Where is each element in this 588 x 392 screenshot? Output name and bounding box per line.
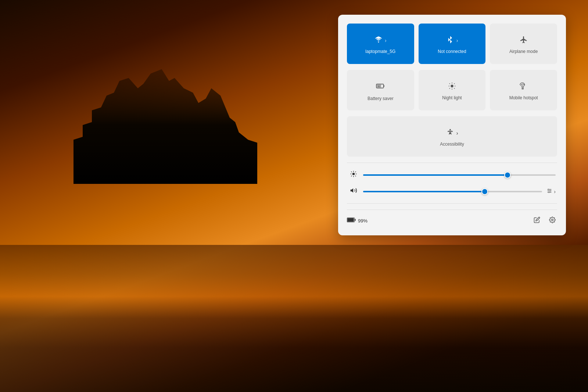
bottom-actions xyxy=(532,215,557,227)
svg-rect-13 xyxy=(521,87,524,89)
svg-line-12 xyxy=(454,83,455,84)
svg-line-23 xyxy=(351,176,352,177)
svg-point-30 xyxy=(550,190,551,192)
svg-line-19 xyxy=(351,172,352,172)
mobile-hotspot-tile[interactable]: Mobile hotspot xyxy=(490,70,557,110)
volume-fill xyxy=(363,191,485,192)
battery-saver-tile[interactable]: Battery saver xyxy=(347,70,414,110)
svg-line-11 xyxy=(449,88,450,89)
divider-1 xyxy=(347,163,557,163)
wifi-tile[interactable]: › laptopmate_5G xyxy=(347,24,414,64)
battery-section: 99% xyxy=(347,216,368,225)
accessibility-tile-label: Accessibility xyxy=(440,142,464,147)
bottom-bar: 99% xyxy=(347,210,557,227)
tiles-row-2: Battery saver Night light Mobile hotspot xyxy=(347,70,557,110)
airplane-icon xyxy=(520,36,528,45)
svg-point-14 xyxy=(522,87,523,88)
water-reflection xyxy=(0,245,588,392)
volume-slider[interactable] xyxy=(363,191,542,192)
svg-point-15 xyxy=(449,129,451,131)
svg-line-20 xyxy=(355,176,356,177)
svg-rect-33 xyxy=(347,218,354,222)
volume-icon xyxy=(348,187,359,196)
bluetooth-tile[interactable]: › Not connected xyxy=(419,24,486,64)
volume-settings-icon xyxy=(546,188,552,195)
tiles-row-1: › laptopmate_5G › Not connected Airplane… xyxy=(347,24,557,64)
bluetooth-tile-label: Not connected xyxy=(438,49,466,54)
divider-2 xyxy=(347,203,557,204)
svg-marker-25 xyxy=(351,188,354,193)
sliders-section: › xyxy=(347,170,557,196)
svg-line-24 xyxy=(355,172,356,172)
svg-point-4 xyxy=(451,85,453,87)
svg-line-8 xyxy=(454,88,455,89)
volume-settings-button[interactable]: › xyxy=(546,188,556,195)
volume-chevron-icon: › xyxy=(554,189,556,195)
svg-line-7 xyxy=(449,83,450,84)
mobile-hotspot-tile-label: Mobile hotspot xyxy=(509,95,538,100)
accessibility-icon xyxy=(446,128,454,138)
brightness-icon xyxy=(348,170,359,179)
night-light-tile-label: Night light xyxy=(442,95,462,100)
volume-slider-row: › xyxy=(348,187,556,196)
brightness-fill xyxy=(363,174,508,176)
edit-button[interactable] xyxy=(532,215,542,227)
night-light-icon xyxy=(448,82,456,92)
svg-rect-34 xyxy=(355,219,355,221)
accessibility-tile[interactable]: › Accessibility xyxy=(347,116,557,157)
battery-icon xyxy=(347,216,356,225)
brightness-slider-row xyxy=(348,170,556,179)
svg-point-16 xyxy=(352,173,355,175)
battery-percentage: 99% xyxy=(358,218,368,224)
wifi-chevron-icon: › xyxy=(385,38,387,43)
airplane-tile-label: Airplane mode xyxy=(509,49,538,54)
bluetooth-chevron-icon: › xyxy=(456,38,458,43)
settings-button[interactable] xyxy=(548,215,557,227)
tiles-row-3: › Accessibility xyxy=(347,116,557,157)
accessibility-chevron-icon: › xyxy=(456,130,458,136)
battery-saver-icon xyxy=(376,81,385,92)
svg-point-35 xyxy=(552,219,553,221)
airplane-tile[interactable]: Airplane mode xyxy=(490,24,557,64)
wifi-icon xyxy=(374,36,383,45)
quick-settings-panel: › laptopmate_5G › Not connected Airplane… xyxy=(338,15,566,235)
brightness-thumb[interactable] xyxy=(504,172,511,178)
svg-point-31 xyxy=(549,192,550,193)
bluetooth-icon xyxy=(446,36,454,45)
mobile-hotspot-icon xyxy=(520,82,528,92)
svg-point-29 xyxy=(548,189,549,190)
brightness-slider[interactable] xyxy=(363,174,556,176)
svg-rect-2 xyxy=(384,85,384,87)
svg-point-0 xyxy=(378,42,379,43)
volume-thumb[interactable] xyxy=(481,188,488,195)
wifi-tile-label: laptopmate_5G xyxy=(365,49,395,54)
night-light-tile[interactable]: Night light xyxy=(419,70,486,110)
battery-saver-tile-label: Battery saver xyxy=(368,96,394,101)
